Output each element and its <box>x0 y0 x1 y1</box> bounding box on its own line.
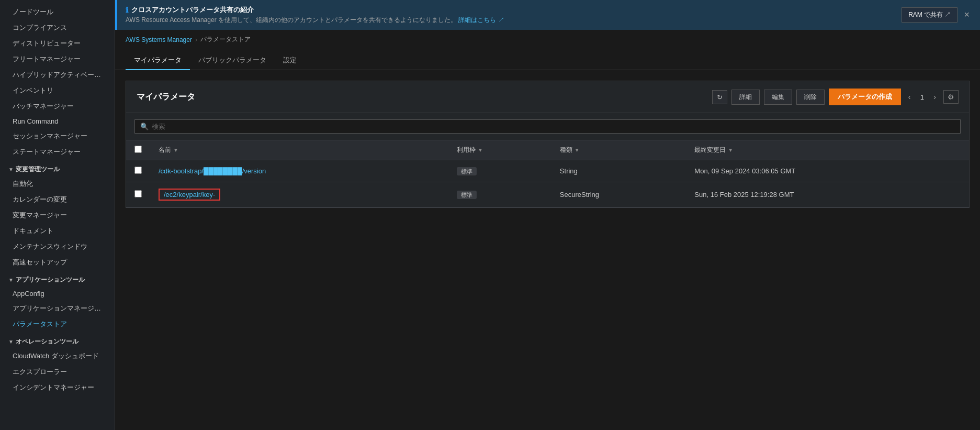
row2-name-link[interactable]: /ec2/keypair/key- <box>164 191 215 199</box>
col-header-name[interactable]: 名前 ▼ <box>150 140 448 160</box>
tabs: マイパラメータ パブリックパラメータ 設定 <box>115 46 980 70</box>
sidebar-item-cloudwatch-dashboard[interactable]: CloudWatch ダッシュボード <box>0 348 115 364</box>
col-header-checkbox <box>126 140 150 160</box>
row1-checkbox[interactable] <box>134 167 142 174</box>
tab-settings[interactable]: 設定 <box>275 51 305 70</box>
sidebar-item-app-manager[interactable]: アプリケーションマネージャー <box>0 301 115 316</box>
my-params-panel: マイパラメータ ↻ 詳細 編集 削除 パラメータの作成 ‹ 1 › ⚙ <box>126 81 970 208</box>
sidebar: ノードツール コンプライアンス ディストリビューター フリートマネージャー ハイ… <box>0 0 115 430</box>
banner-description: AWS Resource Access Manager を使用して、組織内の他の… <box>126 16 504 25</box>
sidebar-section-app-tools[interactable]: ▼ アプリケーションツール <box>0 270 115 286</box>
table-row: /cdk-bootstrap/████████/version 標準 Strin… <box>126 160 969 182</box>
panel-title: マイパラメータ <box>137 92 195 103</box>
table-row: /ec2/keypair/key- 標準 SecureString Sun, 1… <box>126 182 969 207</box>
breadcrumb-parent[interactable]: AWS Systems Manager <box>126 36 192 43</box>
table-header-row: 名前 ▼ 利用枠 ▼ <box>126 140 969 160</box>
chevron-down-icon: ▼ <box>8 339 14 345</box>
delete-button[interactable]: 削除 <box>796 90 825 105</box>
banner-title: ℹ クロスアカウントパラメータ共有の紹介 <box>126 5 504 15</box>
params-table-wrapper: 名前 ▼ 利用枠 ▼ <box>126 140 969 207</box>
sidebar-item-document[interactable]: ドキュメント <box>0 223 115 239</box>
sidebar-item-session-manager[interactable]: セッションマネージャー <box>0 128 115 144</box>
refresh-button[interactable]: ↻ <box>712 90 727 104</box>
sidebar-item-node-tool[interactable]: ノードツール <box>0 4 115 20</box>
row2-checkbox-cell <box>126 182 150 207</box>
sidebar-section-ops-tools[interactable]: ▼ オペレーションツール <box>0 332 115 348</box>
banner-close-button[interactable]: × <box>962 9 972 20</box>
banner-actions: RAM で共有 ↗ × <box>902 7 972 23</box>
sidebar-item-hybrid-activation[interactable]: ハイブリッドアクティベーション <box>0 67 115 83</box>
row1-checkbox-cell <box>126 160 150 182</box>
sidebar-item-batch-manager[interactable]: バッチマネージャー <box>0 98 115 114</box>
breadcrumb-separator: › <box>195 36 197 43</box>
cross-account-banner: ℹ クロスアカウントパラメータ共有の紹介 AWS Resource Access… <box>115 0 980 30</box>
info-icon: ℹ <box>126 6 128 14</box>
main-content: ℹ クロスアカウントパラメータ共有の紹介 AWS Resource Access… <box>115 0 980 430</box>
sidebar-item-quick-setup[interactable]: 高速セットアップ <box>0 255 115 270</box>
tab-public-params[interactable]: パブリックパラメータ <box>190 51 275 70</box>
table-settings-button[interactable]: ⚙ <box>943 90 959 104</box>
row2-tier-cell: 標準 <box>448 182 551 207</box>
sidebar-item-distributor[interactable]: ディストリビューター <box>0 36 115 51</box>
panel-header: マイパラメータ ↻ 詳細 編集 削除 パラメータの作成 ‹ 1 › ⚙ <box>126 81 969 113</box>
col-header-type[interactable]: 種類 ▼ <box>551 140 686 160</box>
select-all-checkbox[interactable] <box>134 146 142 153</box>
row1-lastmod-cell: Mon, 09 Sep 2024 03:06:05 GMT <box>686 160 969 182</box>
sidebar-item-compliance[interactable]: コンプライアンス <box>0 20 115 36</box>
create-parameter-button[interactable]: パラメータの作成 <box>829 89 901 105</box>
sort-icon-tier: ▼ <box>478 147 483 153</box>
sidebar-item-appconfig[interactable]: AppConfig <box>0 286 115 301</box>
sidebar-item-state-manager[interactable]: ステートマネージャー <box>0 144 115 160</box>
sidebar-item-fleet-manager[interactable]: フリートマネージャー <box>0 51 115 67</box>
banner-link[interactable]: 詳細はこちら ↗ <box>458 16 504 24</box>
panel-actions: ↻ 詳細 編集 削除 パラメータの作成 ‹ 1 › ⚙ <box>712 89 959 105</box>
ram-share-button[interactable]: RAM で共有 ↗ <box>902 7 958 23</box>
content-area: マイパラメータ ↻ 詳細 編集 削除 パラメータの作成 ‹ 1 › ⚙ <box>115 70 980 430</box>
row2-name-highlighted: /ec2/keypair/key- <box>159 189 220 201</box>
sidebar-item-parameter-store[interactable]: パラメータストア <box>0 316 115 332</box>
sidebar-item-inventory[interactable]: インベントリ <box>0 83 115 98</box>
sidebar-item-maintenance-window[interactable]: メンテナンスウィンドウ <box>0 239 115 255</box>
sidebar-item-explorer[interactable]: エクスプローラー <box>0 364 115 380</box>
sidebar-item-calendar-change[interactable]: カレンダーの変更 <box>0 192 115 207</box>
next-page-button[interactable]: › <box>930 92 939 102</box>
row2-tier-badge: 標準 <box>457 191 477 199</box>
row1-type-cell: String <box>551 160 686 182</box>
breadcrumb-current: パラメータストア <box>200 35 251 44</box>
prev-page-button[interactable]: ‹ <box>905 92 914 102</box>
breadcrumb: AWS Systems Manager › パラメータストア <box>115 30 980 44</box>
col-header-tier[interactable]: 利用枠 ▼ <box>448 140 551 160</box>
chevron-down-icon: ▼ <box>8 167 14 172</box>
row2-type-cell: SecureString <box>551 182 686 207</box>
col-header-last-modified[interactable]: 最終変更日 ▼ <box>686 140 969 160</box>
chevron-down-icon: ▼ <box>8 277 14 283</box>
row2-lastmod-cell: Sun, 16 Feb 2025 12:19:28 GMT <box>686 182 969 207</box>
sort-icon-name: ▼ <box>173 147 178 153</box>
sidebar-item-automation[interactable]: 自動化 <box>0 176 115 192</box>
sidebar-section-change-tools[interactable]: ▼ 変更管理ツール <box>0 160 115 176</box>
sidebar-item-incident-manager[interactable]: インシデントマネージャー <box>0 380 115 395</box>
sort-icon-last-modified: ▼ <box>728 147 733 153</box>
pagination: ‹ 1 › <box>905 92 939 102</box>
search-input-wrapper: 🔍 <box>134 119 961 134</box>
row1-name-cell: /cdk-bootstrap/████████/version <box>150 160 448 182</box>
banner-content: ℹ クロスアカウントパラメータ共有の紹介 AWS Resource Access… <box>126 5 504 25</box>
params-table: 名前 ▼ 利用枠 ▼ <box>126 140 969 207</box>
edit-button[interactable]: 編集 <box>764 90 792 105</box>
row1-name-link[interactable]: /cdk-bootstrap/████████/version <box>159 167 266 175</box>
sidebar-item-change-manager[interactable]: 変更マネージャー <box>0 207 115 223</box>
tab-my-params[interactable]: マイパラメータ <box>126 51 190 70</box>
row2-checkbox[interactable] <box>134 190 142 197</box>
row1-tier-cell: 標準 <box>448 160 551 182</box>
row2-name-cell: /ec2/keypair/key- <box>150 182 448 207</box>
row1-tier-badge: 標準 <box>457 167 477 175</box>
search-input[interactable] <box>152 123 955 130</box>
page-number: 1 <box>917 93 927 101</box>
search-icon: 🔍 <box>140 123 149 130</box>
sort-icon-type: ▼ <box>575 147 580 153</box>
sidebar-item-run-command[interactable]: Run Command <box>0 114 115 128</box>
search-bar: 🔍 <box>126 113 969 140</box>
details-button[interactable]: 詳細 <box>731 90 760 105</box>
